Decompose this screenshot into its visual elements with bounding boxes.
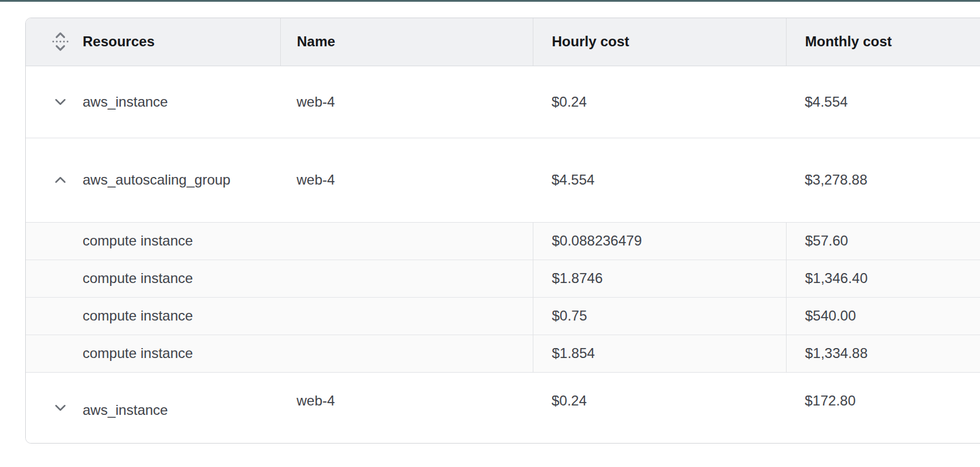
component-row: compute instance $0.75 $540.00 [26, 297, 980, 335]
resource-type: aws_instance [83, 94, 168, 110]
resource-type: aws_instance [83, 402, 168, 418]
column-header-name: Name [280, 18, 533, 66]
monthly-cost: $540.00 [786, 297, 980, 335]
component-row: compute instance $1.8746 $1,346.40 [26, 260, 980, 297]
column-header-monthly-cost: Monthly cost [786, 18, 980, 66]
monthly-cost: $1,346.40 [786, 260, 980, 297]
column-header-label: Resources [83, 33, 155, 49]
resource-name: web-4 [280, 138, 533, 222]
resource-name: web-4 [297, 393, 335, 409]
hourly-cost: $0.24 [552, 393, 587, 409]
column-header-label: Name [297, 33, 335, 49]
component-row: compute instance $0.088236479 $57.60 [26, 222, 980, 260]
component-label: compute instance [26, 222, 533, 260]
hourly-cost: $1.854 [533, 335, 786, 372]
monthly-cost: $57.60 [786, 222, 980, 260]
resource-row: aws_instance web-4 $0.24 $4.554 [26, 66, 980, 138]
component-label: compute instance [26, 297, 533, 335]
monthly-cost: $172.80 [805, 393, 856, 409]
column-header-hourly-cost: Hourly cost [533, 18, 786, 66]
resource-name: web-4 [280, 66, 533, 138]
hourly-cost: $0.24 [533, 66, 786, 138]
column-header-label: Monthly cost [805, 33, 892, 49]
monthly-cost: $3,278.88 [786, 138, 980, 222]
monthly-cost: $4.554 [786, 66, 980, 138]
table-header-row: Resources Name Hourly cost Monthly cost [26, 18, 980, 66]
chevron-up-icon[interactable] [52, 171, 69, 189]
component-label: compute instance [26, 260, 533, 297]
hourly-cost: $4.554 [533, 138, 786, 222]
component-row: compute instance $1.854 $1,334.88 [26, 335, 980, 372]
hourly-cost: $0.75 [533, 297, 786, 335]
top-accent-bar [0, 0, 980, 2]
column-header-resources: Resources [26, 18, 280, 66]
cost-estimation-table-card: Resources Name Hourly cost Monthly cost [25, 18, 980, 444]
column-header-label: Hourly cost [552, 33, 629, 49]
reorder-icon[interactable] [50, 30, 70, 53]
resource-row: aws_instance web-4 $0.24 $172.80 [26, 372, 980, 443]
chevron-down-icon[interactable] [52, 93, 69, 111]
cost-estimation-table: Resources Name Hourly cost Monthly cost [26, 18, 980, 443]
component-label: compute instance [26, 335, 533, 372]
resource-type: aws_autoscaling_group [83, 172, 230, 188]
resource-row: aws_autoscaling_group web-4 $4.554 $3,27… [26, 138, 980, 222]
chevron-down-icon[interactable] [52, 399, 69, 417]
hourly-cost: $1.8746 [533, 260, 786, 297]
monthly-cost: $1,334.88 [786, 335, 980, 372]
hourly-cost: $0.088236479 [533, 222, 786, 260]
